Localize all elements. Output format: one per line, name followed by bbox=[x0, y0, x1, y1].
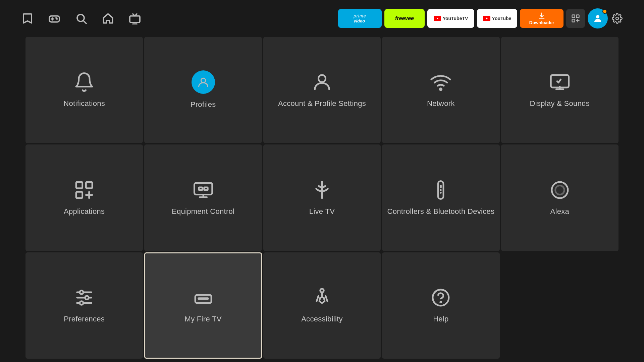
svg-rect-28 bbox=[204, 187, 208, 190]
help-icon bbox=[430, 287, 451, 308]
svg-point-13 bbox=[596, 15, 599, 18]
equipment-control-label: Equipment Control bbox=[172, 207, 234, 217]
display-sounds-tile[interactable]: Display & Sounds bbox=[501, 37, 619, 143]
notifications-tile[interactable]: Notifications bbox=[25, 37, 143, 143]
profile-avatar-icon bbox=[192, 70, 215, 94]
settings-gear-icon[interactable] bbox=[610, 12, 624, 25]
settings-grid: Notifications Profiles Account & Profile… bbox=[0, 37, 644, 359]
accessibility-icon bbox=[311, 287, 333, 308]
svg-point-14 bbox=[616, 17, 619, 20]
svg-rect-27 bbox=[199, 187, 202, 190]
profiles-tile[interactable]: Profiles bbox=[144, 37, 262, 143]
svg-rect-9 bbox=[576, 15, 579, 18]
tv-icon[interactable] bbox=[127, 11, 142, 26]
svg-rect-3 bbox=[130, 16, 140, 23]
nav-icons-left bbox=[20, 11, 142, 26]
prime-video-button[interactable]: prime video bbox=[338, 9, 382, 28]
svg-rect-20 bbox=[86, 182, 93, 188]
preferences-label: Preferences bbox=[64, 314, 105, 324]
svg-rect-24 bbox=[194, 183, 212, 194]
top-navigation: prime video freevee YouTubeTV YouTub bbox=[0, 0, 644, 37]
alexa-icon bbox=[549, 179, 571, 201]
equipment-control-tile[interactable]: Equipment Control bbox=[144, 144, 262, 251]
antenna-icon bbox=[311, 179, 333, 201]
svg-point-43 bbox=[85, 296, 89, 300]
svg-marker-5 bbox=[437, 17, 438, 19]
svg-point-42 bbox=[80, 291, 84, 294]
controllers-bluetooth-label: Controllers & Bluetooth Devices bbox=[387, 207, 494, 217]
notifications-label: Notifications bbox=[63, 99, 105, 109]
my-fire-tv-label: My Fire TV bbox=[185, 314, 222, 324]
accessibility-tile[interactable]: Accessibility bbox=[263, 252, 381, 359]
fire-tv-icon bbox=[193, 287, 214, 308]
display-sounds-label: Display & Sounds bbox=[530, 99, 590, 109]
svg-marker-6 bbox=[486, 17, 488, 19]
apps-grid-icon bbox=[73, 179, 95, 201]
svg-point-34 bbox=[440, 189, 442, 191]
live-tv-tile[interactable]: Live TV bbox=[263, 144, 381, 251]
bell-icon bbox=[73, 71, 95, 93]
profile-notification-dot bbox=[602, 9, 607, 14]
controllers-bluetooth-tile[interactable]: Controllers & Bluetooth Devices bbox=[382, 144, 499, 251]
svg-point-17 bbox=[440, 88, 442, 90]
downloader-button[interactable]: Downloader bbox=[520, 9, 564, 28]
svg-rect-10 bbox=[572, 19, 575, 22]
svg-point-44 bbox=[80, 301, 84, 305]
alexa-tile[interactable]: Alexa bbox=[501, 144, 619, 251]
svg-rect-8 bbox=[572, 15, 575, 18]
home-icon[interactable] bbox=[101, 11, 115, 26]
network-label: Network bbox=[427, 99, 455, 109]
profile-avatar-button[interactable] bbox=[588, 8, 608, 28]
sliders-icon bbox=[73, 287, 95, 308]
youtube-tv-button[interactable]: YouTubeTV bbox=[427, 9, 474, 28]
svg-point-35 bbox=[440, 192, 442, 193]
grid-apps-button[interactable] bbox=[566, 9, 585, 28]
alexa-label: Alexa bbox=[550, 207, 570, 217]
profiles-label: Profiles bbox=[191, 100, 216, 110]
svg-point-49 bbox=[440, 302, 441, 303]
live-tv-label: Live TV bbox=[309, 207, 335, 217]
search-icon[interactable] bbox=[74, 11, 89, 26]
svg-point-16 bbox=[318, 75, 325, 82]
svg-rect-21 bbox=[76, 192, 83, 198]
wifi-icon bbox=[430, 71, 451, 93]
monitor-icon bbox=[193, 179, 214, 201]
nav-apps-right: prime video freevee YouTubeTV YouTub bbox=[338, 8, 624, 28]
svg-line-2 bbox=[84, 21, 86, 23]
controller-icon[interactable] bbox=[47, 11, 62, 26]
youtube-button[interactable]: YouTube bbox=[477, 9, 517, 28]
preferences-tile[interactable]: Preferences bbox=[25, 252, 143, 359]
svg-point-37 bbox=[552, 182, 568, 198]
svg-point-15 bbox=[201, 78, 205, 83]
svg-rect-19 bbox=[76, 182, 83, 188]
accessibility-label: Accessibility bbox=[301, 314, 343, 324]
bookmark-icon[interactable] bbox=[20, 11, 35, 26]
help-label: Help bbox=[433, 314, 448, 324]
applications-label: Applications bbox=[64, 207, 105, 217]
svg-point-29 bbox=[321, 181, 323, 183]
freevee-button[interactable]: freevee bbox=[384, 9, 425, 28]
person-icon bbox=[311, 71, 333, 93]
help-tile[interactable]: Help bbox=[382, 252, 499, 359]
my-fire-tv-tile[interactable]: My Fire TV bbox=[144, 252, 262, 359]
svg-point-38 bbox=[555, 185, 564, 194]
account-profile-settings-label: Account & Profile Settings bbox=[278, 99, 366, 109]
network-tile[interactable]: Network bbox=[382, 37, 499, 143]
account-profile-settings-tile[interactable]: Account & Profile Settings bbox=[263, 37, 381, 143]
remote-icon bbox=[430, 179, 451, 201]
applications-tile[interactable]: Applications bbox=[25, 144, 143, 251]
display-icon bbox=[549, 71, 571, 93]
